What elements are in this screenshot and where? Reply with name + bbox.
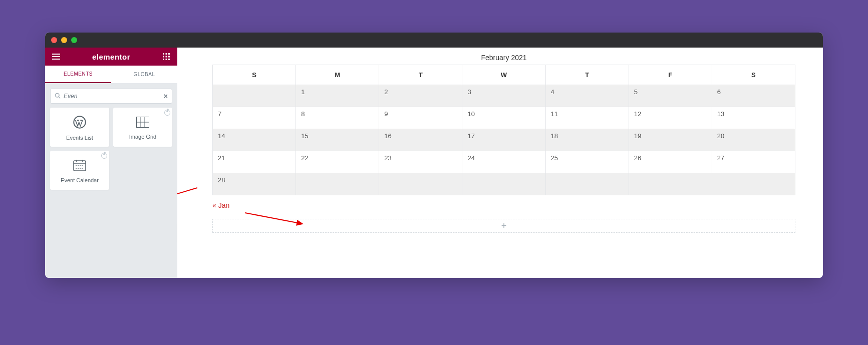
calendar-cell[interactable]: 18 — [545, 129, 629, 151]
svg-rect-8 — [168, 59, 170, 60]
svg-point-22 — [80, 165, 81, 166]
calendar-cell[interactable] — [712, 173, 795, 195]
widget-label: Events List — [66, 135, 93, 141]
calendar-cell[interactable] — [462, 173, 545, 195]
svg-rect-7 — [165, 59, 167, 60]
day-header: T — [379, 65, 462, 85]
window-close-icon[interactable] — [51, 37, 57, 43]
calendar-icon — [73, 159, 86, 173]
day-header: S — [213, 65, 296, 85]
calendar-cell[interactable]: 25 — [545, 151, 629, 173]
calendar-cell[interactable]: 28 — [213, 173, 296, 195]
calendar-title: February 2021 — [212, 54, 795, 62]
prev-month-link[interactable]: « Jan — [212, 201, 229, 209]
day-header: T — [545, 65, 629, 85]
calendar-cell[interactable]: 3 — [462, 85, 545, 107]
svg-line-28 — [177, 188, 197, 200]
widgets-grid: Events List Image Grid — [45, 108, 177, 195]
widget-image-grid[interactable]: Image Grid — [113, 108, 172, 147]
svg-line-10 — [59, 97, 60, 98]
calendar-cell[interactable]: 26 — [629, 151, 712, 173]
clear-search-button[interactable]: × — [164, 92, 168, 100]
svg-point-23 — [82, 165, 83, 166]
calendar-cell[interactable] — [545, 173, 629, 195]
tab-global[interactable]: GLOBAL — [111, 66, 177, 83]
svg-point-11 — [74, 116, 85, 128]
svg-point-24 — [76, 168, 77, 169]
calendar-cell[interactable]: 4 — [545, 85, 629, 107]
calendar-row: 21222324252627 — [213, 151, 795, 173]
calendar-cell[interactable] — [213, 85, 296, 107]
calendar-cell[interactable]: 1 — [296, 85, 379, 107]
svg-point-20 — [76, 165, 77, 166]
calendar-cell[interactable]: 23 — [379, 151, 462, 173]
calendar-row: 78910111213 — [213, 107, 795, 129]
day-header: S — [712, 65, 795, 85]
brand-label: elementor — [92, 53, 130, 61]
window-maximize-icon[interactable] — [71, 37, 77, 43]
calendar-cell[interactable]: 22 — [296, 151, 379, 173]
svg-rect-3 — [163, 56, 164, 58]
menu-button[interactable] — [50, 51, 62, 63]
calendar-cell[interactable]: 19 — [629, 129, 712, 151]
window-minimize-icon[interactable] — [61, 37, 67, 43]
widget-search[interactable]: × — [50, 89, 172, 104]
svg-point-25 — [78, 168, 79, 169]
calendar-cell[interactable]: 12 — [629, 107, 712, 129]
calendar-cell[interactable]: 7 — [213, 107, 296, 129]
svg-rect-0 — [163, 53, 164, 55]
svg-point-26 — [80, 168, 81, 169]
wordpress-icon — [73, 116, 86, 131]
svg-rect-5 — [168, 56, 170, 58]
calendar-cell[interactable]: 2 — [379, 85, 462, 107]
calendar-cell[interactable]: 27 — [712, 151, 795, 173]
calendar-cell[interactable]: 6 — [712, 85, 795, 107]
svg-rect-1 — [165, 53, 167, 55]
calendar-cell[interactable] — [629, 173, 712, 195]
annotation-arrow — [177, 184, 202, 204]
widget-events-list[interactable]: Events List — [50, 108, 109, 147]
tab-elements[interactable]: ELEMENTS — [45, 66, 111, 83]
search-icon — [55, 93, 61, 100]
pro-badge-icon — [101, 153, 107, 159]
plus-icon: + — [501, 221, 507, 231]
svg-point-21 — [78, 165, 79, 166]
hamburger-icon — [52, 54, 60, 60]
calendar-cell[interactable]: 5 — [629, 85, 712, 107]
calendar-row: 123456 — [213, 85, 795, 107]
panel-tabs: ELEMENTS GLOBAL — [45, 66, 177, 84]
svg-point-27 — [82, 168, 83, 169]
svg-rect-6 — [163, 59, 164, 60]
svg-rect-4 — [165, 56, 167, 58]
calendar-cell[interactable]: 9 — [379, 107, 462, 129]
calendar-cell[interactable]: 8 — [296, 107, 379, 129]
calendar-cell[interactable]: 24 — [462, 151, 545, 173]
browser-window: elementor ELEMENTS GLOBAL × — [45, 33, 823, 278]
calendar-cell[interactable]: 11 — [545, 107, 629, 129]
pro-badge-icon — [164, 110, 170, 116]
calendar-cell[interactable] — [379, 173, 462, 195]
widgets-panel-button[interactable] — [160, 51, 172, 63]
search-input[interactable] — [64, 93, 164, 100]
calendar-cell[interactable]: 17 — [462, 129, 545, 151]
elementor-sidebar: elementor ELEMENTS GLOBAL × — [45, 48, 177, 278]
calendar-cell[interactable]: 16 — [379, 129, 462, 151]
calendar-cell[interactable]: 10 — [462, 107, 545, 129]
calendar-cell[interactable]: 15 — [296, 129, 379, 151]
window-titlebar — [45, 33, 823, 48]
day-header: M — [296, 65, 379, 85]
grid-icon — [163, 53, 170, 60]
calendar-row: 28 — [213, 173, 795, 195]
calendar-cell[interactable]: 14 — [213, 129, 296, 151]
add-section-button[interactable]: + — [212, 219, 795, 233]
calendar-cell[interactable] — [296, 173, 379, 195]
preview-area: February 2021 S M T W T F S 123456789101… — [177, 48, 823, 278]
svg-point-9 — [56, 93, 60, 97]
widget-event-calendar[interactable]: Event Calendar — [50, 151, 109, 190]
widget-label: Image Grid — [129, 134, 156, 140]
image-grid-icon — [136, 117, 149, 130]
sidebar-header: elementor — [45, 48, 177, 66]
calendar-cell[interactable]: 21 — [213, 151, 296, 173]
calendar-cell[interactable]: 20 — [712, 129, 795, 151]
calendar-cell[interactable]: 13 — [712, 107, 795, 129]
